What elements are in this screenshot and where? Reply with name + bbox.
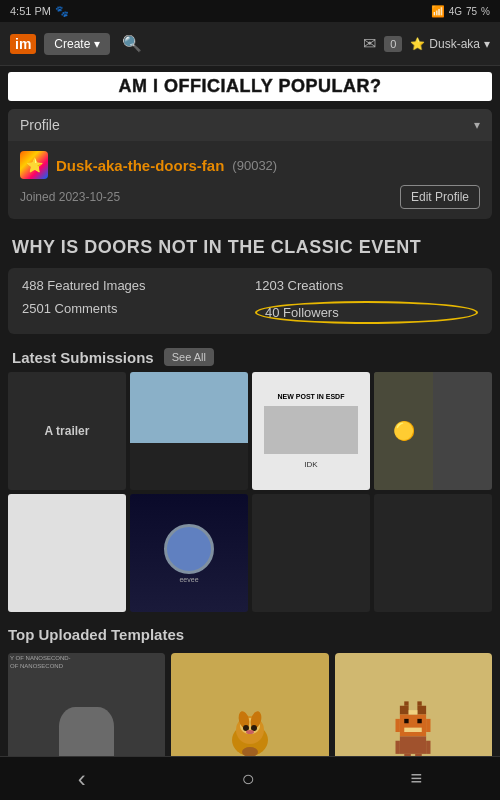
new-post-header: NEW POST IN ESDF: [278, 393, 345, 400]
svg-rect-17: [418, 719, 422, 723]
creations-stat: 1203 Creations: [255, 278, 478, 293]
comments-stat: 2501 Comments: [22, 301, 245, 324]
sky-image: [130, 372, 248, 490]
submissions-grid-row2: eevee: [0, 494, 500, 616]
meme-text-bar: AM I OFFICIALLY POPULAR?: [8, 72, 492, 101]
profile-name-row: ⭐ Dusk-aka-the-doors-fan (90032): [20, 151, 480, 179]
menu-button[interactable]: ≡: [410, 767, 422, 790]
edit-profile-button[interactable]: Edit Profile: [400, 185, 480, 209]
home-button[interactable]: ○: [242, 766, 255, 792]
search-icon[interactable]: 🔍: [122, 34, 142, 53]
status-right: 📶 4G 75 %: [431, 5, 490, 18]
templates-header: Top Uploaded Templates: [8, 622, 492, 649]
network-icon: 4G: [449, 6, 462, 17]
submission-thumb-5[interactable]: [8, 494, 126, 612]
imgflip-logo[interactable]: im: [10, 34, 36, 54]
rock-text-overlay: Y OF NANOSECOND- OF NANOSECOND: [10, 655, 71, 671]
new-post-idk-label: IDK: [304, 460, 317, 469]
svg-rect-10: [418, 701, 422, 705]
battery-icon: 75: [466, 6, 477, 17]
pokemon-label: eevee: [179, 576, 198, 583]
user-menu[interactable]: ⭐ Dusk-aka ▾: [410, 37, 490, 51]
paw-icon: 🐾: [55, 5, 69, 18]
star-icon: ⭐: [410, 37, 425, 51]
eevee-svg: [220, 702, 280, 762]
svg-rect-24: [409, 710, 418, 714]
svg-rect-12: [418, 705, 427, 714]
svg-rect-13: [400, 714, 426, 736]
svg-rect-15: [426, 719, 430, 732]
meme-overlay-text: AM I OFFICIALLY POPULAR?: [118, 76, 381, 97]
submission-thumb-6[interactable]: eevee: [130, 494, 248, 612]
stats-grid: 488 Featured Images 1203 Creations 2501 …: [8, 268, 492, 334]
svg-point-7: [246, 730, 254, 734]
profile-card: Profile ▾ ⭐ Dusk-aka-the-doors-fan (9003…: [8, 109, 492, 219]
avatar: ⭐: [20, 151, 48, 179]
submission-thumb-8[interactable]: [374, 494, 492, 612]
templates-title: Top Uploaded Templates: [8, 626, 184, 643]
svg-point-5: [243, 725, 249, 731]
profile-meta-row: Joined 2023-10-25 Edit Profile: [20, 185, 480, 209]
pokemon-icon: [164, 524, 214, 574]
mail-icon[interactable]: ✉: [363, 34, 376, 53]
nav-bar: im Create ▾ 🔍 ✉ 0 ⭐ Dusk-aka ▾: [0, 22, 500, 66]
svg-rect-14: [396, 719, 400, 732]
svg-rect-20: [396, 740, 400, 753]
doors-text: WHY IS DOORS NOT IN THE CLASSIC EVENT: [0, 227, 500, 264]
featured-images-stat: 488 Featured Images: [22, 278, 245, 293]
bottom-nav: ‹ ○ ≡: [0, 756, 500, 800]
submission-thumb-4[interactable]: 🟡: [374, 372, 492, 490]
chevron-down-icon: ▾: [94, 37, 100, 51]
svg-rect-21: [426, 740, 430, 753]
profile-header-chevron-icon[interactable]: ▾: [474, 118, 480, 132]
user-chevron-icon: ▾: [484, 37, 490, 51]
svg-rect-19: [400, 736, 426, 754]
latest-submissions-title: Latest Submissions: [12, 349, 154, 366]
submission-thumb-1[interactable]: A trailer: [8, 372, 126, 490]
svg-rect-18: [405, 727, 423, 731]
submission-thumb-7[interactable]: [252, 494, 370, 612]
signal-icon: 📶: [431, 5, 445, 18]
new-post-image-placeholder: [264, 406, 358, 453]
profile-id: (90032): [232, 158, 277, 173]
see-all-button[interactable]: See All: [164, 348, 214, 366]
thumb-1-label: A trailer: [45, 424, 90, 438]
submission-thumb-3[interactable]: NEW POST IN ESDF IDK: [252, 372, 370, 490]
svg-rect-9: [405, 701, 409, 705]
back-button[interactable]: ‹: [78, 765, 86, 793]
submission-thumb-2[interactable]: [130, 372, 248, 490]
pokemon-night-bg: eevee: [130, 494, 248, 612]
status-bar: 4:51 PM 🐾 📶 4G 75 %: [0, 0, 500, 22]
svg-rect-11: [400, 705, 409, 714]
battery-percent: %: [481, 6, 490, 17]
status-time: 4:51 PM: [10, 5, 51, 17]
profile-joined-date: Joined 2023-10-25: [20, 190, 120, 204]
latest-submissions-header: Latest Submissions See All: [0, 338, 500, 372]
profile-info: ⭐ Dusk-aka-the-doors-fan (90032) Joined …: [8, 141, 492, 219]
submissions-grid-row1: A trailer NEW POST IN ESDF IDK 🟡: [0, 372, 500, 494]
username-label: Dusk-aka: [429, 37, 480, 51]
svg-point-6: [251, 725, 257, 731]
profile-card-header: Profile ▾: [8, 109, 492, 141]
white-thumb: [8, 494, 126, 612]
profile-header-label: Profile: [20, 117, 60, 133]
followers-stat: 40 Followers: [255, 301, 478, 324]
create-button[interactable]: Create ▾: [44, 33, 110, 55]
create-label: Create: [54, 37, 90, 51]
notification-badge[interactable]: 0: [384, 36, 402, 52]
partial-thumb-content: 🟡: [374, 372, 433, 490]
svg-rect-16: [405, 719, 409, 723]
profile-username[interactable]: Dusk-aka-the-doors-fan: [56, 157, 224, 174]
status-left: 4:51 PM 🐾: [10, 5, 69, 18]
